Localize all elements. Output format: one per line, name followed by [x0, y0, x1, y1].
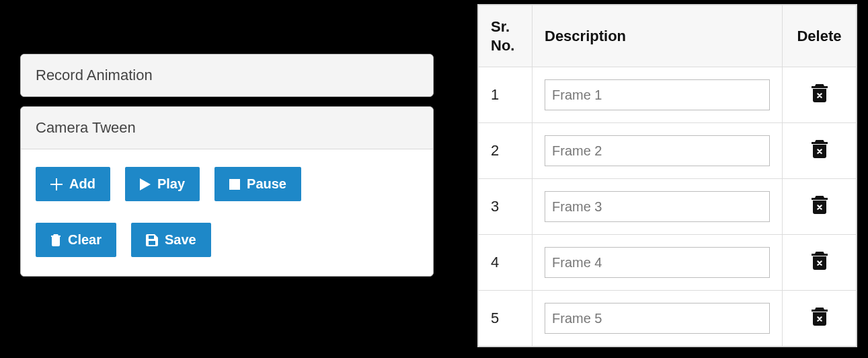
record-animation-panel[interactable]: Record Animation — [20, 54, 434, 97]
header-delete: Delete — [783, 5, 857, 67]
save-button[interactable]: Save — [131, 223, 211, 257]
row-description-cell — [532, 67, 783, 123]
delete-frame-button[interactable] — [811, 308, 828, 326]
row-delete-cell — [783, 291, 857, 347]
pause-button-label: Pause — [247, 176, 286, 192]
row-sr-no: 3 — [479, 179, 532, 235]
table-row: 1 — [479, 67, 857, 123]
frame-description-input[interactable] — [545, 303, 770, 334]
row-sr-no: 2 — [479, 123, 532, 179]
frames-table-wrap: Sr. No. Description Delete 12345 — [477, 4, 857, 347]
delete-frame-button[interactable] — [811, 140, 828, 159]
row-description-cell — [532, 291, 783, 347]
plus-icon — [50, 178, 63, 190]
delete-frame-button[interactable] — [811, 84, 828, 103]
save-button-label: Save — [165, 232, 196, 248]
row-description-cell — [532, 179, 783, 235]
play-button[interactable]: Play — [125, 167, 200, 201]
row-sr-no: 1 — [479, 67, 532, 123]
trash-icon — [50, 234, 61, 246]
add-button-label: Add — [69, 176, 95, 192]
tween-button-row-2: Clear Save — [36, 223, 418, 257]
row-sr-no: 4 — [479, 235, 532, 291]
add-button[interactable]: Add — [36, 167, 110, 201]
row-delete-cell — [783, 123, 857, 179]
table-row: 4 — [479, 235, 857, 291]
camera-tween-title: Camera Tween — [36, 119, 136, 136]
row-sr-no: 5 — [479, 291, 532, 347]
row-delete-cell — [783, 179, 857, 235]
trash-x-icon — [811, 308, 828, 326]
trash-x-icon — [811, 196, 828, 215]
frame-description-input[interactable] — [545, 79, 770, 110]
delete-frame-button[interactable] — [811, 196, 828, 215]
tween-button-row-1: Add Play Pause — [36, 167, 418, 201]
delete-frame-button[interactable] — [811, 252, 828, 271]
stop-icon — [229, 179, 240, 190]
header-description: Description — [532, 5, 783, 67]
save-icon — [146, 234, 158, 246]
svg-rect-0 — [229, 179, 240, 190]
trash-x-icon — [811, 252, 828, 271]
table-row: 3 — [479, 179, 857, 235]
pause-button[interactable]: Pause — [214, 167, 301, 201]
clear-button[interactable]: Clear — [36, 223, 116, 257]
camera-tween-panel: Camera Tween Add Play — [20, 106, 434, 277]
play-button-label: Play — [157, 176, 185, 192]
row-delete-cell — [783, 67, 857, 123]
frames-table: Sr. No. Description Delete 12345 — [478, 5, 857, 347]
table-row: 2 — [479, 123, 857, 179]
trash-x-icon — [811, 140, 828, 159]
left-panels: Record Animation Camera Tween Add Play — [20, 54, 434, 286]
record-animation-title: Record Animation — [36, 67, 153, 83]
frame-description-input[interactable] — [545, 135, 770, 166]
row-description-cell — [532, 123, 783, 179]
row-description-cell — [532, 235, 783, 291]
clear-button-label: Clear — [68, 232, 102, 248]
play-icon — [140, 178, 151, 190]
frames-table-header-row: Sr. No. Description Delete — [479, 5, 857, 67]
row-delete-cell — [783, 235, 857, 291]
frame-description-input[interactable] — [545, 191, 770, 222]
table-row: 5 — [479, 291, 857, 347]
frame-description-input[interactable] — [545, 247, 770, 278]
record-animation-header[interactable]: Record Animation — [21, 55, 433, 96]
camera-tween-header[interactable]: Camera Tween — [21, 107, 433, 149]
camera-tween-body: Add Play Pause — [21, 149, 433, 276]
trash-x-icon — [811, 84, 828, 103]
header-sr-no: Sr. No. — [479, 5, 532, 67]
